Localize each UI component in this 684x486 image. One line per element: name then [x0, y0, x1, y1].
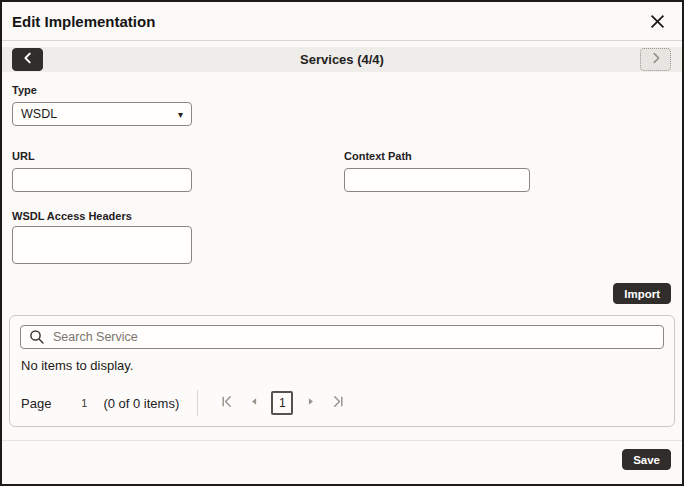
previous-page-icon	[248, 395, 261, 411]
next-page-button[interactable]	[298, 391, 322, 415]
last-page-button[interactable]	[326, 391, 350, 415]
last-page-icon	[331, 394, 346, 412]
first-page-icon	[219, 394, 234, 412]
current-page-indicator[interactable]: 1	[271, 391, 293, 415]
empty-list-message: No items to display.	[21, 358, 133, 373]
wsdl-access-headers-label: WSDL Access Headers	[12, 210, 132, 222]
next-page-icon	[304, 395, 317, 411]
save-button[interactable]: Save	[622, 449, 671, 470]
first-page-button[interactable]	[214, 391, 238, 415]
page-number-input[interactable]: 1	[79, 397, 89, 409]
title-divider	[2, 40, 682, 41]
context-path-label: Context Path	[344, 150, 412, 162]
url-input[interactable]	[12, 168, 192, 192]
type-select-value: WSDL	[21, 107, 57, 121]
type-select[interactable]: WSDL ▾	[12, 102, 192, 126]
footer-divider	[2, 440, 682, 441]
chevron-right-icon	[649, 51, 663, 69]
close-icon	[648, 12, 667, 34]
wsdl-access-headers-input[interactable]	[12, 226, 192, 264]
service-list-panel: No items to display. Page 1 (0 of 0 item…	[9, 315, 675, 427]
next-step-button[interactable]	[640, 48, 671, 71]
stepper-title: Services (4/4)	[2, 52, 682, 67]
edit-implementation-dialog: Edit Implementation Services (4/4) Type …	[0, 0, 684, 486]
context-path-input[interactable]	[344, 168, 530, 192]
search-input[interactable]	[53, 330, 655, 344]
chevron-left-icon	[21, 51, 35, 69]
page-title: Edit Implementation	[12, 13, 155, 30]
type-label: Type	[12, 84, 37, 96]
chevron-down-icon: ▾	[178, 109, 183, 120]
pagination: Page 1 (0 of 0 items) 1	[21, 390, 664, 416]
url-label: URL	[12, 150, 35, 162]
search-field[interactable]	[20, 325, 664, 349]
page-label: Page	[21, 396, 51, 411]
import-button[interactable]: Import	[613, 283, 671, 304]
previous-step-button[interactable]	[12, 48, 43, 71]
items-summary: (0 of 0 items)	[103, 396, 179, 411]
search-icon	[29, 329, 45, 345]
close-button[interactable]	[644, 10, 670, 36]
previous-page-button[interactable]	[242, 391, 266, 415]
pagination-divider	[197, 390, 198, 416]
